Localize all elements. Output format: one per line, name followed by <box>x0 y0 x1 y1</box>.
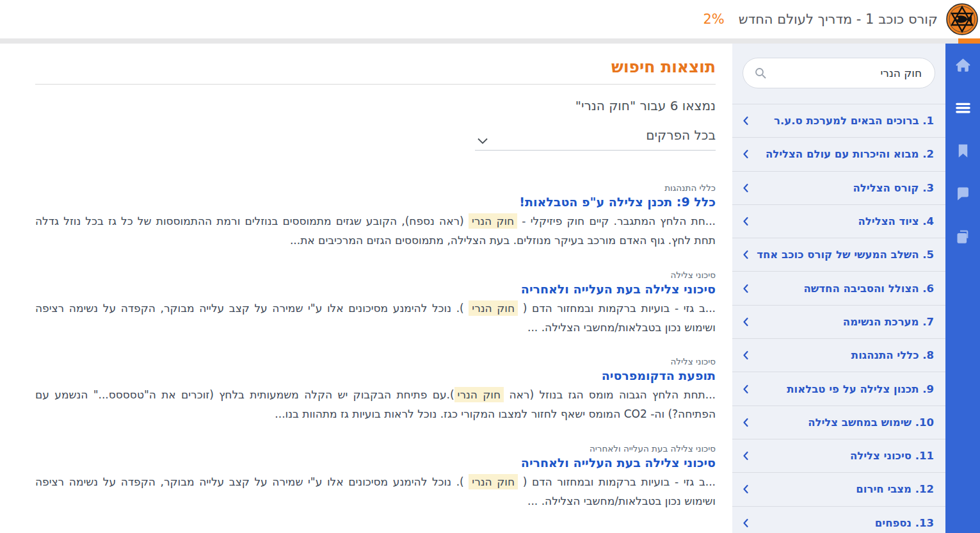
chapter-label: 10. שימוש במחשב צלילה <box>808 416 934 429</box>
chevron-left-icon <box>743 451 749 461</box>
chevron-left-icon <box>743 250 749 259</box>
chevron-left-icon <box>743 350 749 360</box>
sidebar-chapter-item[interactable]: 4. ציוד הצלילה <box>732 204 945 238</box>
app: קורס כוכב 1 - מדריך לעולם החדש 2% <box>0 0 980 533</box>
chapter-label: 6. הצולל והסביבה החדשה <box>804 283 934 295</box>
comments-icon[interactable] <box>954 185 972 202</box>
chapter-label: 8. כללי התנהגות <box>851 349 934 361</box>
sidebar-chapter-item[interactable]: 11. סיכוני צלילה <box>732 439 945 472</box>
result-excerpt: ...ב גזי - בועיות ברקמות ובמחזור הדם ( ח… <box>35 472 716 511</box>
highlighted-term: חוק הנרי <box>454 387 504 402</box>
chapter-label: 9. תכנון צלילה על פי טבלאות <box>787 383 934 395</box>
result-category: סיכוני צלילה בעת העלייה ולאחריה <box>35 443 716 454</box>
sidebar-chapter-item[interactable]: 12. מצבי חירום <box>732 472 945 505</box>
chapter-label: 3. קורס הצלילה <box>853 182 934 194</box>
sidebar-chapter-item[interactable]: 7. מערכת הנשימה <box>732 305 945 338</box>
highlighted-term: חוק הנרי <box>469 474 518 489</box>
sidebar-chapter-item[interactable]: 13. נספחים <box>732 506 945 533</box>
diving-federation-logo <box>946 3 978 35</box>
chapter-label: 2. מבוא והיכרות עם עולם הצלילה <box>766 148 934 160</box>
chapter-label: 12. מצבי חירום <box>856 483 934 495</box>
sidebar-chapter-item[interactable]: 9. תכנון צלילה על פי טבלאות <box>732 372 945 405</box>
result-title-link[interactable]: כלל 9: תכנן צלילה ע"פ הטבלאות! <box>35 195 716 209</box>
icon-rail <box>945 44 980 533</box>
course-progress-bar <box>0 38 980 44</box>
results-list: כללי התנהגות כלל 9: תכנן צלילה ע"פ הטבלא… <box>35 183 716 511</box>
chapter-label: 5. השלב המעשי של קורס כוכב אחד <box>757 249 934 261</box>
chevron-down-icon <box>478 132 488 138</box>
chevron-left-icon <box>743 384 749 394</box>
sidebar-chapter-item[interactable]: 6. הצולל והסביבה החדשה <box>732 271 945 304</box>
sidebar-chapter-item[interactable]: 5. השלב המעשי של קורס כוכב אחד <box>732 238 945 271</box>
sidebar: 1. ברוכים הבאים למערכת ס.ע.ר 2. מבוא והי… <box>732 44 980 533</box>
result-title-link[interactable]: סיכוני צלילה בעת העלייה ולאחריה <box>35 282 716 296</box>
chapter-label: 1. ברוכים הבאים למערכת ס.ע.ר <box>774 115 934 127</box>
results-summary: נמצאו 6 עבור "חוק הנרי" <box>35 98 716 113</box>
search-result: סיכוני צלילה סיכוני צלילה בעת העלייה ולא… <box>35 270 716 338</box>
course-title: קורס כוכב 1 - מדריך לעולם החדש <box>739 12 938 27</box>
highlighted-term: חוק הנרי <box>469 300 518 316</box>
progress-fill <box>958 38 980 44</box>
search-icon[interactable] <box>754 67 767 79</box>
search-result: סיכוני צלילה תופעת הדקומפרסיה ...תחת הלח… <box>35 356 716 424</box>
chevron-left-icon <box>743 518 749 528</box>
chapter-filter-dropdown[interactable]: בכל הפרקים <box>475 127 716 151</box>
bookmark-icon[interactable] <box>954 142 972 160</box>
chevron-left-icon <box>743 116 749 126</box>
chevron-left-icon <box>743 149 749 159</box>
sidebar-chapter-item[interactable]: 8. כללי התנהגות <box>732 338 945 372</box>
sidebar-chapter-item[interactable]: 3. קורס הצלילה <box>732 171 945 204</box>
chevron-left-icon <box>743 284 749 293</box>
progress-percent-label: 2% <box>703 12 724 27</box>
chevron-left-icon <box>743 183 749 193</box>
result-category: סיכוני צלילה <box>35 270 716 280</box>
search-input[interactable] <box>743 58 935 88</box>
search-result: כללי התנהגות כלל 9: תכנן צלילה ע"פ הטבלא… <box>35 183 716 250</box>
chapter-list: 1. ברוכים הבאים למערכת ס.ע.ר 2. מבוא והי… <box>732 104 945 533</box>
chapter-label: 13. נספחים <box>875 517 934 529</box>
main-content: תוצאות חיפוש נמצאו 6 עבור "חוק הנרי" בכל… <box>0 44 732 533</box>
home-icon[interactable] <box>954 56 972 74</box>
content: 1. ברוכים הבאים למערכת ס.ע.ר 2. מבוא והי… <box>0 44 980 533</box>
chevron-left-icon <box>743 217 749 226</box>
chevron-left-icon <box>743 317 749 327</box>
sidebar-chapter-item[interactable]: 2. מבוא והיכרות עם עולם הצלילה <box>732 137 945 170</box>
search-result: סיכוני צלילה בעת העלייה ולאחריה סיכוני צ… <box>35 443 716 511</box>
chapter-label: 11. סיכוני צלילה <box>850 450 934 462</box>
chapter-filter-value: בכל הפרקים <box>646 127 716 143</box>
title-divider <box>35 84 716 85</box>
sidebar-chapter-item[interactable]: 1. ברוכים הבאים למערכת ס.ע.ר <box>732 104 945 137</box>
result-title-link[interactable]: סיכוני צלילה בעת העלייה ולאחריה <box>35 455 716 470</box>
search-area <box>732 44 945 104</box>
result-excerpt: ...תחת הלחץ הגבוה מומס הגז בנוזל (ראה חו… <box>35 385 716 424</box>
result-excerpt: ...ב גזי - בועיות ברקמות ובמחזור הדם ( ח… <box>35 299 716 338</box>
chevron-left-icon <box>743 418 749 427</box>
highlighted-term: חוק הנרי <box>469 213 517 229</box>
result-excerpt: ...חת הלחץ המתגבר. קיים חוק פיזיקלי - חו… <box>35 211 716 250</box>
chapter-label: 4. ציוד הצלילה <box>858 215 934 227</box>
result-category: סיכוני צלילה <box>35 356 716 366</box>
result-title-link[interactable]: תופעת הדקומפרסיה <box>35 368 716 382</box>
result-category: כללי התנהגות <box>35 183 716 193</box>
header: קורס כוכב 1 - מדריך לעולם החדש 2% <box>0 0 980 38</box>
chevron-left-icon <box>743 484 749 494</box>
page-title: תוצאות חיפוש <box>35 58 716 76</box>
chapter-label: 7. מערכת הנשימה <box>843 316 934 328</box>
sidebar-chapter-item[interactable]: 10. שימוש במחשב צלילה <box>732 406 945 439</box>
menu-icon[interactable] <box>954 99 972 117</box>
chapters-panel: 1. ברוכים הבאים למערכת ס.ע.ר 2. מבוא והי… <box>732 44 945 533</box>
resources-icon[interactable] <box>954 228 972 245</box>
